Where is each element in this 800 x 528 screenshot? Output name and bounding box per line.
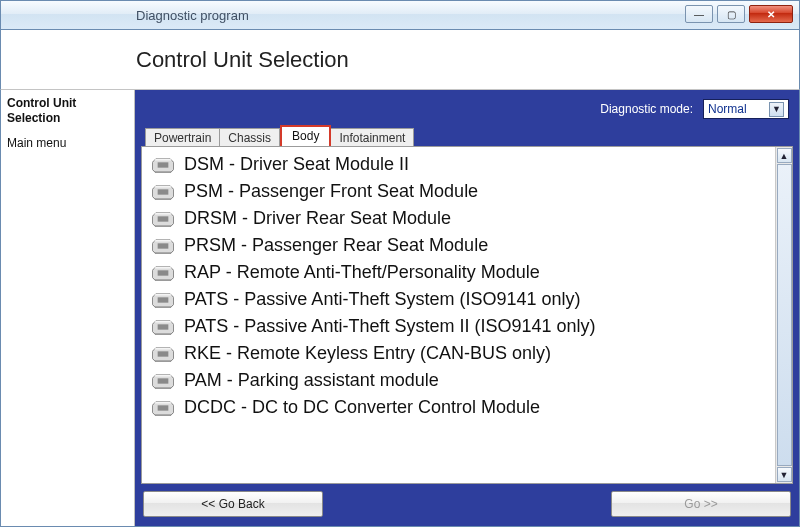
sidebar-item-label: Control Unit Selection [7, 96, 76, 125]
sidebar-item-main-menu[interactable]: Main menu [7, 136, 128, 151]
svg-marker-21 [154, 293, 172, 295]
tab-infotainment[interactable]: Infotainment [331, 128, 414, 147]
tab-label: Body [292, 129, 319, 143]
minimize-icon: — [694, 9, 704, 20]
list-item[interactable]: RKE - Remote Keyless Entry (CAN-BUS only… [142, 340, 775, 367]
go-next-label: Go >> [684, 497, 717, 511]
tab-powertrain[interactable]: Powertrain [145, 128, 220, 147]
window-titlebar: Diagnostic program — ▢ ✕ [0, 0, 800, 30]
tab-label: Infotainment [339, 131, 405, 145]
app-header: Control Unit Selection [0, 30, 800, 90]
list-item-label: DSM - Driver Seat Module II [184, 154, 409, 175]
svg-rect-39 [158, 405, 169, 410]
svg-marker-38 [154, 414, 172, 416]
chip-icon [152, 292, 174, 308]
dropdown-arrow-icon: ▼ [769, 102, 784, 117]
mode-bar: Diagnostic mode: Normal ▼ [141, 96, 793, 122]
maximize-button[interactable]: ▢ [717, 5, 745, 23]
tab-body[interactable]: Body [280, 125, 331, 146]
svg-rect-7 [158, 189, 169, 194]
svg-marker-5 [154, 185, 172, 187]
svg-marker-22 [154, 306, 172, 308]
svg-marker-18 [154, 279, 172, 281]
svg-marker-34 [154, 387, 172, 389]
list-item[interactable]: PATS - Passive Anti-Theft System (ISO914… [142, 286, 775, 313]
tab-strip: Powertrain Chassis Body Infotainment [141, 124, 793, 146]
svg-marker-1 [154, 158, 172, 160]
chip-icon [152, 157, 174, 173]
svg-rect-3 [158, 162, 169, 167]
svg-rect-19 [158, 270, 169, 275]
chip-icon [152, 211, 174, 227]
minimize-button[interactable]: — [685, 5, 713, 23]
go-next-button[interactable]: Go >> [611, 491, 791, 517]
svg-rect-27 [158, 324, 169, 329]
mode-label: Diagnostic mode: [600, 102, 693, 116]
chip-icon [152, 319, 174, 335]
tab-chassis[interactable]: Chassis [220, 128, 280, 147]
chip-icon [152, 184, 174, 200]
sidebar: Control Unit Selection Main menu [1, 90, 135, 526]
main-split: Control Unit Selection Main menu Diagnos… [0, 90, 800, 527]
page-title: Control Unit Selection [136, 47, 349, 73]
tab-label: Chassis [228, 131, 271, 145]
nav-bar: << Go Back Go >> [141, 484, 793, 520]
sidebar-item-control-unit-selection[interactable]: Control Unit Selection [7, 96, 128, 126]
list-item[interactable]: PSM - Passenger Front Seat Module [142, 178, 775, 205]
svg-marker-17 [154, 266, 172, 268]
svg-marker-29 [154, 347, 172, 349]
window-buttons: — ▢ ✕ [685, 5, 793, 23]
list-item-label: PRSM - Passenger Rear Seat Module [184, 235, 488, 256]
svg-marker-14 [154, 252, 172, 254]
svg-marker-26 [154, 333, 172, 335]
scroll-up-button[interactable]: ▲ [777, 148, 792, 163]
svg-marker-13 [154, 239, 172, 241]
close-button[interactable]: ✕ [749, 5, 793, 23]
workspace: Diagnostic mode: Normal ▼ Powertrain Cha… [135, 90, 799, 526]
list-item-label: PAM - Parking assistant module [184, 370, 439, 391]
list-item[interactable]: PATS - Passive Anti-Theft System II (ISO… [142, 313, 775, 340]
svg-rect-31 [158, 351, 169, 356]
list-item[interactable]: PRSM - Passenger Rear Seat Module [142, 232, 775, 259]
chip-icon [152, 373, 174, 389]
svg-marker-10 [154, 225, 172, 227]
close-icon: ✕ [767, 9, 775, 20]
list-item[interactable]: PAM - Parking assistant module [142, 367, 775, 394]
list-pane: DSM - Driver Seat Module II PSM - Passen… [141, 146, 793, 484]
maximize-icon: ▢ [727, 9, 736, 20]
svg-rect-11 [158, 216, 169, 221]
go-back-button[interactable]: << Go Back [143, 491, 323, 517]
mode-select[interactable]: Normal ▼ [703, 99, 789, 119]
scroll-thumb[interactable] [777, 164, 792, 466]
vertical-scrollbar[interactable]: ▲ ▼ [775, 147, 792, 483]
svg-marker-9 [154, 212, 172, 214]
list-item[interactable]: DRSM - Driver Rear Seat Module [142, 205, 775, 232]
svg-rect-35 [158, 378, 169, 383]
list-item[interactable]: DSM - Driver Seat Module II [142, 151, 775, 178]
svg-marker-37 [154, 401, 172, 403]
tab-label: Powertrain [154, 131, 211, 145]
chip-icon [152, 238, 174, 254]
list-item-label: PATS - Passive Anti-Theft System II (ISO… [184, 316, 595, 337]
module-list: DSM - Driver Seat Module II PSM - Passen… [142, 147, 775, 483]
chip-icon [152, 346, 174, 362]
svg-marker-6 [154, 198, 172, 200]
svg-rect-23 [158, 297, 169, 302]
list-item-label: PATS - Passive Anti-Theft System (ISO914… [184, 289, 580, 310]
mode-selected-value: Normal [708, 102, 747, 116]
list-item[interactable]: DCDC - DC to DC Converter Control Module [142, 394, 775, 421]
list-item-label: DRSM - Driver Rear Seat Module [184, 208, 451, 229]
chip-icon [152, 400, 174, 416]
list-item-label: RAP - Remote Anti-Theft/Personality Modu… [184, 262, 540, 283]
list-item-label: DCDC - DC to DC Converter Control Module [184, 397, 540, 418]
scroll-down-button[interactable]: ▼ [777, 467, 792, 482]
svg-rect-15 [158, 243, 169, 248]
svg-marker-30 [154, 360, 172, 362]
list-item-label: PSM - Passenger Front Seat Module [184, 181, 478, 202]
window-title: Diagnostic program [136, 8, 249, 23]
list-item-label: RKE - Remote Keyless Entry (CAN-BUS only… [184, 343, 551, 364]
sidebar-item-label: Main menu [7, 136, 66, 150]
svg-marker-2 [154, 171, 172, 173]
chip-icon [152, 265, 174, 281]
list-item[interactable]: RAP - Remote Anti-Theft/Personality Modu… [142, 259, 775, 286]
